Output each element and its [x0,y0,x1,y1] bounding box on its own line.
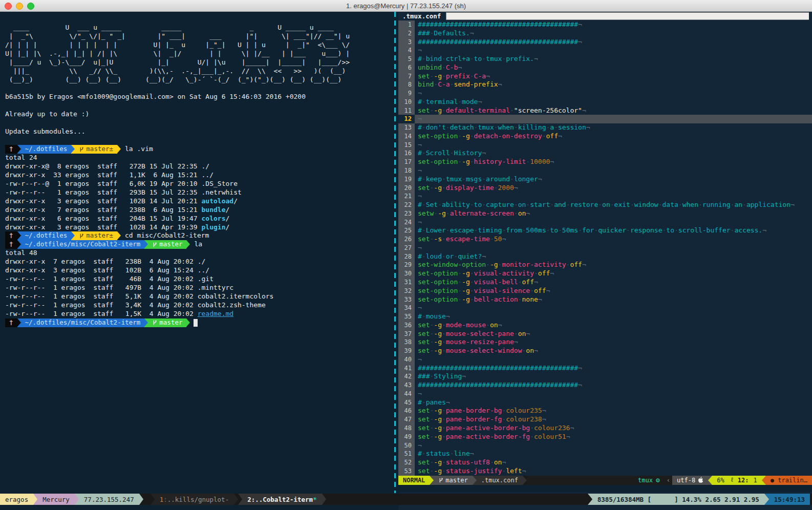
vim-line[interactable]: 48set·-g·pane-active-border-bg·colour236… [398,424,812,433]
file-attrs: drwxr-xr-x 3 eragos staff 102B 6 Aug 15:… [5,266,198,275]
vim-line[interactable]: 37set·-g·mouse-select-pane·on¬ [398,330,812,338]
vim-line[interactable]: 44¬ [398,390,812,398]
whitespace-dots: · [674,226,678,234]
vim-line[interactable]: 15¬ [398,141,812,150]
vim-line[interactable]: 47set·-g·pane-border-fg·colour238¬ [398,415,812,424]
vim-line[interactable]: 34¬ [398,304,812,312]
whitespace-dots: · [442,407,446,414]
vim-line[interactable]: 52set·-g·status-utf8·on¬ [398,458,812,467]
vim-buffer[interactable]: 1#######################################… [398,20,812,476]
terminal-text: ____ U ___ u _____ _____ _ U _____ u ___… [5,24,334,32]
vim-line[interactable]: 24¬ [398,218,812,227]
syntax-token: pane-active-border-bg [446,424,530,432]
file-link[interactable]: readme.md [198,310,233,318]
vim-line[interactable]: 22#·Set·ability·to·capture·on·start·and·… [398,201,812,209]
vim-line[interactable]: 18¬ [398,166,812,175]
vim-pane[interactable]: .tmux.conf 1############################… [398,12,812,510]
vim-line[interactable]: 30set-option·-g·visual-activity·off¬ [398,269,812,278]
tmux-pane-border[interactable] [394,12,396,493]
window-name: ..Cobalt2-iterm [255,496,313,503]
eol-marker: ¬ [418,355,422,363]
vim-line[interactable]: 2###·Defaults.¬ [398,29,812,38]
vim-line-text: set·-g·mouse-select-window·on¬ [415,347,812,355]
vim-line[interactable]: 31set-option·-g·visual-bell·off¬ [398,278,812,287]
powerline-arrow-glyph [144,240,148,248]
syntax-token: running [702,201,731,208]
tmux-window-1[interactable]: 1:..kills/gnuplot- [155,494,234,505]
vim-line[interactable]: 50¬ [398,441,812,450]
vim-line[interactable]: 13#·don't·detach·tmux·when·killing·a·ses… [398,123,812,132]
syntax-token: exit [614,201,630,208]
vim-line[interactable]: 9¬ [398,89,812,98]
vim-line[interactable]: 23setw·-g·alternate-screen·on¬ [398,209,812,218]
terminal-cursor[interactable] [194,319,198,327]
vim-line[interactable]: 38set·-g·mouse-resize-pane¬ [398,338,812,347]
vim-line[interactable]: 42###·Styling¬ [398,372,812,381]
eol-marker: ¬ [578,20,582,28]
eol-marker: ¬ [582,261,586,268]
vim-line[interactable]: 1#######################################… [398,20,812,29]
terminal-line [5,15,394,24]
vim-line[interactable]: 53set·-g·status-justify·left¬ [398,467,812,476]
vim-line[interactable]: 41######################################… [398,364,812,373]
vim-line[interactable]: 43######################################… [398,381,812,390]
syntax-token: timing [478,226,502,234]
vim-line[interactable]: 16#·Scroll·History¬ [398,149,812,158]
powerline-separator [588,494,592,505]
syntax-token: -g [490,261,498,268]
prompt-git-segment: master [148,240,186,249]
vim-line[interactable]: 29set-window-option·-g·monitor-activity·… [398,261,812,269]
powerline-arrow-glyph [322,494,326,505]
vim-line[interactable]: 28#·loud·or·quiet?¬ [398,252,812,261]
vim-line[interactable]: 11set·-g·default-terminal·"screen-256col… [398,107,812,115]
vim-line[interactable]: 36set·-g·mode-mouse·on¬ [398,321,812,330]
vim-line[interactable]: 14set-option·-g·detach-on-destroy·off¬ [398,132,812,141]
line-number: 5 [398,55,415,63]
syntax-token: 2000 [498,184,514,192]
vim-line[interactable]: 8bind·C-a·send-prefix¬ [398,80,812,89]
vim-line[interactable]: 51#·status·line¬ [398,450,812,458]
vim-line[interactable]: 7set·-g·prefix·C-a¬ [398,72,812,81]
vim-line[interactable]: 12¬ [398,115,812,123]
vim-line[interactable]: 10#·terminal·mode¬ [398,98,812,107]
vim-line[interactable]: 40¬ [398,355,812,364]
vim-line-text: set-option·-g·visual-silence·off¬ [415,287,812,295]
titlebar[interactable]: 1. eragos@Mercury | 77.23.155.247 (sh) [0,0,812,12]
vim-line[interactable]: 5#·bind·ctrl+a·to·tmux·prefix.¬ [398,55,812,63]
vim-line[interactable]: 46set·-g·pane-border-bg·colour235¬ [398,407,812,415]
vim-line[interactable]: 27¬ [398,244,812,252]
powerline-arrow-glyph [186,240,190,248]
vim-line-text: #·keep·tmux·msgs·around·longer¬ [415,175,812,184]
eol-marker: ¬ [458,63,462,71]
vim-line[interactable]: 25#·Lower·escape·timing·from·500ms·to·50… [398,226,812,235]
minimize-button[interactable] [16,3,23,10]
prompt-segment-text: † [9,240,13,249]
vim-line[interactable]: 33set-option·-g·bell-action·none¬ [398,295,812,304]
syntax-token: 50 [494,235,502,243]
powerline-separator [33,494,37,505]
zoom-button[interactable] [27,3,34,10]
vim-line[interactable]: 3#######################################… [398,38,812,47]
tmux-window-2[interactable]: 2:..Cobalt2-iterm* [242,494,322,505]
vim-line[interactable]: 20set·-g·display-time·2000¬ [398,184,812,193]
vim-line[interactable]: 6unbind·C-b¬ [398,63,812,72]
vim-line[interactable]: 19#·keep·tmux·msgs·around·longer¬ [398,175,812,184]
vim-line[interactable]: 17set-option·-g·history-limit·10000¬ [398,158,812,166]
vim-line[interactable]: 35#·mouse¬ [398,312,812,321]
syntax-token: colour238 [506,415,542,423]
line-number: 34 [398,304,415,312]
vim-line[interactable]: 26set·-s·escape-time·50¬ [398,235,812,244]
vim-tab-tmux-conf[interactable]: .tmux.conf [398,12,446,20]
close-button[interactable] [5,3,12,10]
vim-line[interactable]: 4¬ [398,46,812,55]
vim-line[interactable]: 21¬ [398,192,812,201]
prompt-segment-text: ~/.dotfiles/misc/Cobalt2-iterm [25,318,141,327]
file-attrs: -rw-r--r--@ 1 eragos staff 6,0K 19 Apr 2… [5,180,202,188]
vim-line[interactable]: 49set·-g·pane-active-border-fg·colour51¬ [398,433,812,441]
terminal-line: -rw-r--r--@ 1 eragos staff 6,0K 19 Apr 2… [5,180,394,188]
vim-line[interactable]: 45#·panes¬ [398,398,812,407]
shell-pane[interactable]: ____ U ___ u _____ _____ _ U _____ u ___… [0,12,394,510]
vim-line[interactable]: 39set·-g·mouse-select-window·on¬ [398,347,812,355]
syntax-token: to [666,226,674,234]
vim-line[interactable]: 32set-option·-g·visual-silence·off¬ [398,287,812,295]
